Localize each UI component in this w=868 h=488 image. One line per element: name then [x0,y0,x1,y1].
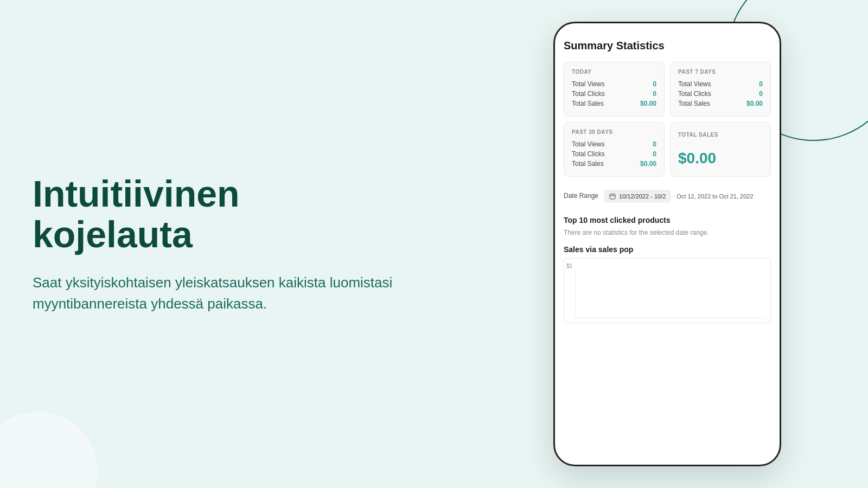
past7-clicks-value: 0 [759,90,763,98]
today-views-label: Total Views [572,80,604,88]
past7-label: PAST 7 DAYS [678,69,763,75]
today-label: TODAY [572,69,656,75]
top-products-title: Top 10 most clicked products [564,216,771,224]
past30-clicks-row: Total Clicks 0 [572,150,656,158]
today-sales-label: Total Sales [572,100,604,107]
today-clicks-label: Total Clicks [572,90,605,98]
past30-label: PAST 30 DAYS [572,129,656,135]
date-range-row: Date Range 10/12/2022 - 10/2 Oct 12, 202… [564,185,771,207]
past30-clicks-label: Total Clicks [572,150,605,158]
today-clicks-value: 0 [653,90,656,98]
date-range-label: Date Range [564,192,598,201]
total-sales-card: TOTAL SALES $0.00 [670,122,771,177]
today-views-value: 0 [653,80,656,88]
phone-frame: Summary Statistics TODAY Total Views 0 T… [553,22,781,466]
chart-bar-area [575,269,766,318]
past7-views-row: Total Views 0 [678,80,763,88]
date-range-input-text: 10/12/2022 - 10/2 [619,193,666,200]
past7-views-label: Total Views [678,80,711,88]
past30-views-row: Total Views 0 [572,140,656,148]
today-card: TODAY Total Views 0 Total Clicks 0 Total… [564,62,665,117]
past30-views-label: Total Views [572,140,604,148]
no-stats-text: There are no statistics for the selected… [564,229,771,236]
chart-y-label: $1 [566,263,572,269]
past7-sales-label: Total Sales [678,100,710,107]
past7-clicks-row: Total Clicks 0 [678,90,763,98]
total-sales-value: $0.00 [678,150,763,167]
date-range-text-value: Oct 12, 2022 to Oct 21, 2022 [676,193,753,200]
past30-sales-label: Total Sales [572,160,604,168]
past30-sales-row: Total Sales $0.00 [572,160,656,168]
stats-grid: TODAY Total Views 0 Total Clicks 0 Total… [564,62,771,177]
today-views-row: Total Views 0 [572,80,656,88]
sales-chart-area: $1 [564,258,771,323]
today-sales-value: $0.00 [640,100,656,107]
today-clicks-row: Total Clicks 0 [572,90,656,98]
date-range-input[interactable]: 10/12/2022 - 10/2 [604,190,671,203]
summary-statistics-title: Summary Statistics [564,40,771,52]
past30-clicks-value: 0 [653,150,656,158]
main-heading: Intuitiivinen kojelauta [33,174,401,255]
past30-sales-value: $0.00 [640,160,656,168]
decorative-circle-bottom-left [0,412,98,488]
left-content-area: Intuitiivinen kojelauta Saat yksityiskoh… [33,174,401,314]
past7-views-value: 0 [759,80,763,88]
calendar-icon [609,193,616,200]
sub-text: Saat yksityiskohtaisen yleiskatsauksen k… [33,272,401,314]
past7-card: PAST 7 DAYS Total Views 0 Total Clicks 0… [670,62,771,117]
past7-clicks-label: Total Clicks [678,90,711,98]
svg-rect-0 [610,194,615,199]
total-sales-label: TOTAL SALES [678,132,763,138]
phone-mockup: Summary Statistics TODAY Total Views 0 T… [553,22,781,466]
phone-content: Summary Statistics TODAY Total Views 0 T… [555,23,780,465]
past7-sales-row: Total Sales $0.00 [678,100,763,107]
past30-views-value: 0 [653,140,656,148]
today-sales-row: Total Sales $0.00 [572,100,656,107]
past30-card: PAST 30 DAYS Total Views 0 Total Clicks … [564,122,665,177]
sales-chart-title: Sales via sales pop [564,245,771,254]
past7-sales-value: $0.00 [746,100,763,107]
